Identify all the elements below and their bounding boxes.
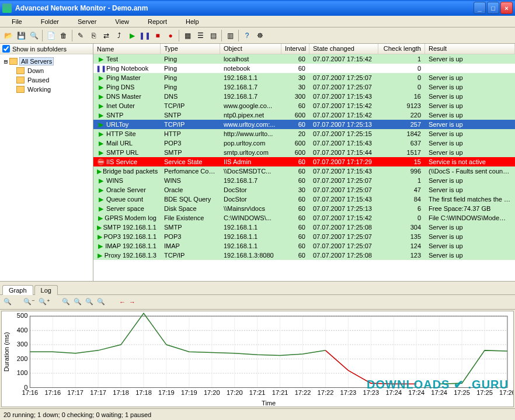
col-type[interactable]: Type xyxy=(161,44,220,54)
menu-view[interactable]: View xyxy=(106,17,138,26)
tree-all-servers[interactable]: ⊞ All Servers xyxy=(2,57,91,66)
table-row[interactable]: ▶Bridge bad packetsPerfomance Counter\\D… xyxy=(93,166,515,176)
tree-down[interactable]: Down xyxy=(2,66,91,75)
table-row[interactable]: ▶GPRS Modem logFile ExistenceC:\WINDOWS\… xyxy=(93,213,515,223)
table-header: Name Type Object Interval State changed … xyxy=(93,44,515,54)
cell-check: 257 xyxy=(378,121,425,128)
copy-icon[interactable]: ⎘ xyxy=(88,30,99,41)
table-body[interactable]: ▶TestPinglocalhost6007.07.2007 17:15:421… xyxy=(93,54,515,281)
status-icon: ▶ xyxy=(97,186,105,194)
zoom-y-out-icon[interactable]: 🔍 xyxy=(85,298,93,306)
scroll-right-icon[interactable]: → xyxy=(129,298,135,306)
svg-rect-56 xyxy=(30,316,507,387)
about-icon[interactable]: ☸ xyxy=(254,30,266,41)
cell-result: Server is up xyxy=(425,74,515,81)
minimize-button[interactable]: _ xyxy=(474,2,486,14)
menu-report[interactable]: Report xyxy=(138,17,176,26)
help-icon[interactable]: ? xyxy=(241,30,253,41)
folder-icon xyxy=(16,86,25,93)
table-row[interactable]: ▶URLToyTCP/IPwww.urltoy.com:...6007.07.2… xyxy=(93,120,515,129)
stop-icon[interactable]: ■ xyxy=(152,30,163,41)
cell-type: Ping xyxy=(161,55,220,63)
cell-interval: 30 xyxy=(281,74,309,81)
export-icon[interactable]: ⤴ xyxy=(113,30,125,41)
col-name[interactable]: Name xyxy=(93,44,161,54)
col-object[interactable]: Object xyxy=(220,44,281,54)
table-row[interactable]: ▶HTTP SiteHTTPhttp://www.urlto...2007.07… xyxy=(93,129,515,138)
table-row[interactable]: ▶SNTPSNTPntp0.pipex.net60007.07.2007 17:… xyxy=(93,110,515,120)
pause-icon[interactable]: ❚❚ xyxy=(139,30,151,41)
status-icon: ⛔ xyxy=(97,158,105,166)
zoom-y-in-icon[interactable]: 🔍 xyxy=(97,298,105,306)
cell-object: http://www.urlto... xyxy=(220,130,281,137)
table-row[interactable]: ▶POP3 192.168.1.1POP3192.168.1.16007.07.… xyxy=(93,232,515,241)
delete-icon[interactable]: 🗑 xyxy=(58,30,69,41)
open-icon[interactable]: 📂 xyxy=(2,30,14,41)
table-row[interactable]: ▶TestPinglocalhost6007.07.2007 17:15:421… xyxy=(93,54,515,64)
close-button[interactable]: × xyxy=(500,2,513,14)
view-large-icon[interactable]: ▦ xyxy=(182,30,193,41)
menu-folder[interactable]: Folder xyxy=(32,17,68,26)
find-icon[interactable]: 🔍 xyxy=(28,30,40,41)
cell-interval: 30 xyxy=(281,84,309,91)
table-row[interactable]: ▶Proxy 192.168.1.3TCP/IP192.168.1.3:8080… xyxy=(93,251,515,260)
zoom-reset-icon[interactable]: 🔍 xyxy=(4,298,12,306)
show-subfolders-checkbox[interactable] xyxy=(2,45,10,53)
cell-object: 192.168.1.7 xyxy=(220,93,281,100)
menu-file[interactable]: File xyxy=(2,17,32,26)
tree-working[interactable]: Working xyxy=(2,85,91,94)
zoom-in-icon[interactable]: 🔍⁺ xyxy=(39,298,50,306)
table-row[interactable]: ❚❚Ping NotebookPingnotebook600 xyxy=(93,64,515,73)
table-row[interactable]: ▶SMTP URLSMTPsmtp.urltoy.com60007.07.200… xyxy=(93,148,515,157)
tab-graph[interactable]: Graph xyxy=(2,285,33,295)
zoom-out-icon[interactable]: 🔍⁻ xyxy=(23,298,35,306)
table-row[interactable]: ▶Queue countBDE SQL QueryDocStor6007.07.… xyxy=(93,195,515,204)
edit-icon[interactable]: ✎ xyxy=(75,30,86,41)
table-row[interactable]: ▶Ping DNSPing192.168.1.73007.07.2007 17:… xyxy=(93,82,515,92)
cell-name: SMTP URL xyxy=(106,149,138,156)
cell-state: 07.07.2007 17:17:29 xyxy=(309,158,378,165)
col-result[interactable]: Result xyxy=(425,44,515,54)
view-detail-icon[interactable]: ▤ xyxy=(207,30,219,41)
cell-result: Server is up xyxy=(425,102,515,109)
move-icon[interactable]: ⇄ xyxy=(100,30,112,41)
cell-interval: 60 xyxy=(281,252,309,259)
new-server-icon[interactable]: 📄 xyxy=(45,30,57,41)
columns-icon[interactable]: ▥ xyxy=(224,30,236,41)
col-state[interactable]: State changed xyxy=(309,44,378,54)
table-row[interactable]: ▶WINSWINS192.168.1.76007.07.2007 17:25:0… xyxy=(93,176,515,185)
table-row[interactable]: ▶Server spaceDisk Space\\Mainsrv\docs600… xyxy=(93,204,515,213)
svg-text:400: 400 xyxy=(17,327,27,334)
table-row[interactable]: ▶Inet OuterTCP/IPwww.google.co...6007.07… xyxy=(93,101,515,110)
col-check[interactable]: Check length xyxy=(378,44,425,54)
cell-state: 07.07.2007 17:25:07 xyxy=(309,84,378,91)
table-row[interactable]: ▶DNS MasterDNS192.168.1.730007.07.2007 1… xyxy=(93,92,515,101)
table-row[interactable]: ▶Ping MasterPing192.168.1.13007.07.2007 … xyxy=(93,73,515,82)
table-row[interactable]: ▶SMTP 192.168.1.1SMTP192.168.1.16007.07.… xyxy=(93,223,515,232)
folder-icon xyxy=(16,77,25,84)
expand-icon[interactable]: ⊞ xyxy=(2,58,9,65)
cell-name: DNS Master xyxy=(106,93,141,100)
table-row[interactable]: ⛔IIS ServiceService StateIIS Admin6007.0… xyxy=(93,157,515,166)
cell-name: IMAP 192.168.1.1 xyxy=(105,242,156,249)
view-list-icon[interactable]: ☰ xyxy=(194,30,206,41)
tree-paused[interactable]: Paused xyxy=(2,75,91,85)
menu-help[interactable]: Help xyxy=(176,17,208,26)
save-icon[interactable]: 💾 xyxy=(15,30,27,41)
table-row[interactable]: ▶Oracle ServerOracleDocStor3007.07.2007 … xyxy=(93,185,515,195)
table-row[interactable]: ▶Mail URLPOP3pop.urltoy.com60007.07.2007… xyxy=(93,138,515,148)
record-icon[interactable]: ● xyxy=(165,30,176,41)
maximize-button[interactable]: □ xyxy=(487,2,499,14)
play-icon[interactable]: ▶ xyxy=(126,30,138,41)
col-interval[interactable]: Interval xyxy=(281,44,309,54)
table-row[interactable]: ▶IMAP 192.168.1.1IMAP192.168.1.16007.07.… xyxy=(93,241,515,251)
cell-result: Server is up xyxy=(425,140,515,147)
zoom-x-out-icon[interactable]: 🔍 xyxy=(62,298,70,306)
tab-log[interactable]: Log xyxy=(34,285,58,295)
cell-state: 07.07.2007 17:15:43 xyxy=(309,140,378,147)
chart-area[interactable]: 010020030040050017:1617:1617:1717:1717:1… xyxy=(1,311,514,407)
cell-type: TCP/IP xyxy=(161,121,220,128)
menu-server[interactable]: Server xyxy=(68,17,106,26)
zoom-x-in-icon[interactable]: 🔍 xyxy=(74,298,82,306)
scroll-left-icon[interactable]: ← xyxy=(119,298,126,306)
